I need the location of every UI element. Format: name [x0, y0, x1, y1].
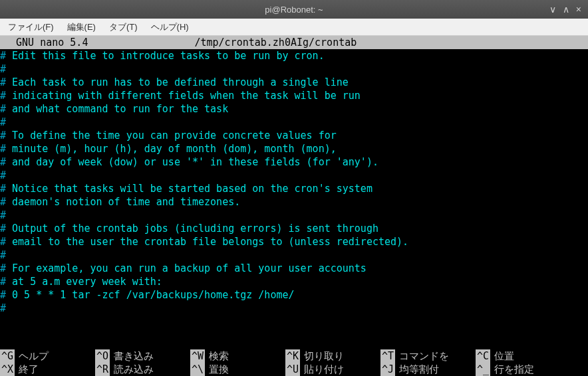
- editor-line: # For example, you can run a backup of a…: [0, 262, 588, 275]
- editor-line: #: [0, 209, 588, 222]
- shortcut-key: ^O: [95, 349, 110, 363]
- editor-line: # 0 5 * * 1 tar -zcf /var/backups/home.t…: [0, 288, 588, 302]
- shortcut-key: ^T: [380, 349, 395, 363]
- shortcut[interactable]: ^_行を指定: [476, 363, 571, 376]
- shortcut-row-1: ^Gヘルプ^O書き込み^W検索^K切り取り^Tコマンドを^C位置: [0, 349, 588, 363]
- shortcut-label: 読み込み: [114, 363, 154, 376]
- menubar: ファイル(F) 編集(E) タブ(T) ヘルプ(H): [0, 19, 588, 36]
- menu-file[interactable]: ファイル(F): [3, 19, 59, 35]
- editor-line: #: [0, 116, 588, 129]
- editor-line: # and what command to run for the task: [0, 102, 588, 116]
- editor-line: # minute (m), hour (h), day of month (do…: [0, 142, 588, 155]
- shortcut-label: 終了: [19, 363, 39, 376]
- nano-header: GNU nano 5.4 /tmp/crontab.zh0AIg/crontab: [0, 36, 588, 49]
- shortcut-label: 位置: [494, 349, 514, 363]
- editor-line: # and day of week (dow) or use '*' in th…: [0, 155, 588, 169]
- shortcut-label: 検索: [209, 349, 229, 363]
- editor-line: #: [0, 169, 588, 182]
- shortcut-label: 置換: [209, 363, 229, 376]
- editor-line: # indicating with different fields when …: [0, 89, 588, 102]
- shortcut-key: ^G: [0, 349, 15, 363]
- shortcut[interactable]: ^U貼り付け: [285, 363, 380, 376]
- minimize-icon[interactable]: ∨: [549, 5, 556, 14]
- shortcut[interactable]: ^C位置: [476, 349, 571, 363]
- close-icon[interactable]: ×: [576, 5, 581, 14]
- editor-line: # at 5 a.m every week with:: [0, 275, 588, 288]
- editor-line: # email to the user the crontab file bel…: [0, 235, 588, 248]
- menu-tabs[interactable]: タブ(T): [104, 19, 143, 35]
- titlebar[interactable]: pi@Robonet: ~ ∨ ∧ ×: [0, 0, 588, 19]
- editor-line: # daemon's notion of time and timezones.: [0, 195, 588, 209]
- menu-edit[interactable]: 編集(E): [62, 19, 101, 35]
- editor-line: # To define the time you can provide con…: [0, 129, 588, 142]
- terminal-area[interactable]: GNU nano 5.4 /tmp/crontab.zh0AIg/crontab…: [0, 36, 588, 376]
- shortcut-key: ^R: [95, 363, 110, 376]
- shortcut-key: ^C: [476, 349, 490, 363]
- shortcut-label: 切り取り: [304, 349, 344, 363]
- shortcut-key: ^_: [476, 363, 490, 376]
- shortcut-key: ^W: [190, 349, 205, 363]
- nano-footer: ^Gヘルプ^O書き込み^W検索^K切り取り^Tコマンドを^C位置 ^X終了^R読…: [0, 349, 588, 376]
- editor-line: #: [0, 62, 588, 76]
- shortcut[interactable]: ^Gヘルプ: [0, 349, 95, 363]
- window-controls: ∨ ∧ ×: [549, 5, 581, 14]
- editor-line: #: [0, 302, 588, 315]
- maximize-icon[interactable]: ∧: [563, 5, 569, 14]
- window-title: pi@Robonet: ~: [5, 5, 583, 15]
- shortcut[interactable]: ^R読み込み: [95, 363, 190, 376]
- nano-filepath: /tmp/crontab.zh0AIg/crontab: [194, 36, 357, 49]
- editor-line: # Edit this file to introduce tasks to b…: [0, 49, 588, 62]
- shortcut[interactable]: ^\置換: [190, 363, 285, 376]
- shortcut-label: コマンドを: [399, 349, 449, 363]
- shortcut-key: ^J: [380, 363, 395, 376]
- shortcut[interactable]: ^O書き込み: [95, 349, 190, 363]
- shortcut-label: 書き込み: [114, 349, 154, 363]
- shortcut[interactable]: ^Tコマンドを: [380, 349, 476, 363]
- editor-line: # Output of the crontab jobs (including …: [0, 222, 588, 235]
- shortcut[interactable]: ^J均等割付: [380, 363, 476, 376]
- editor-line: # Each task to run has to be defined thr…: [0, 76, 588, 89]
- shortcut-label: ヘルプ: [19, 349, 49, 363]
- menu-help[interactable]: ヘルプ(H): [146, 19, 194, 35]
- shortcut-key: ^U: [285, 363, 300, 376]
- shortcut[interactable]: ^X終了: [0, 363, 95, 376]
- nano-version: GNU nano 5.4: [4, 36, 88, 49]
- nano-editor-body[interactable]: # Edit this file to introduce tasks to b…: [0, 49, 588, 349]
- shortcut-label: 均等割付: [399, 363, 439, 376]
- shortcut-key: ^K: [285, 349, 300, 363]
- shortcut[interactable]: ^W検索: [190, 349, 285, 363]
- terminal-window: pi@Robonet: ~ ∨ ∧ × ファイル(F) 編集(E) タブ(T) …: [0, 0, 588, 376]
- shortcut-row-2: ^X終了^R読み込み^\置換^U貼り付け^J均等割付^_行を指定: [0, 363, 588, 376]
- shortcut-label: 貼り付け: [304, 363, 344, 376]
- shortcut-key: ^X: [0, 363, 15, 376]
- editor-line: # Notice that tasks will be started base…: [0, 182, 588, 195]
- shortcut-key: ^\: [190, 363, 205, 376]
- editor-line: #: [0, 248, 588, 262]
- shortcut-label: 行を指定: [494, 363, 534, 376]
- shortcut[interactable]: ^K切り取り: [285, 349, 380, 363]
